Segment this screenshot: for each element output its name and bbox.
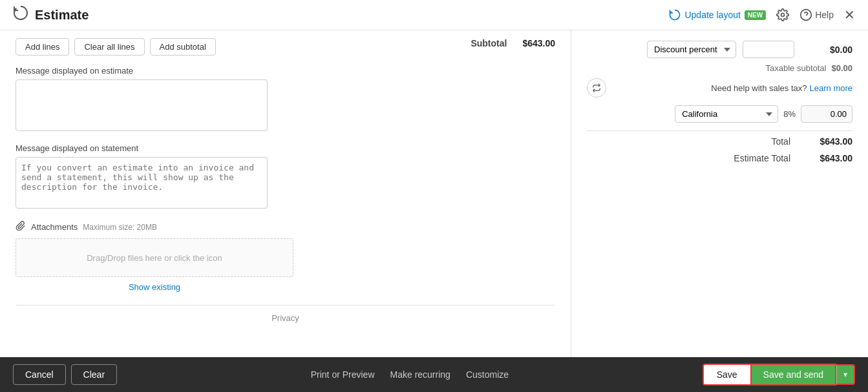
subtotal-label-top: Subtotal bbox=[471, 38, 507, 56]
close-button[interactable]: ✕ bbox=[844, 7, 855, 23]
summary-panel: Discount percent $0.00 Taxable subtotal … bbox=[587, 38, 852, 163]
total-label: Total bbox=[726, 136, 790, 147]
drop-zone-text: Drag/Drop files here or click the icon bbox=[87, 253, 222, 263]
drop-zone[interactable]: Drag/Drop files here or click the icon bbox=[16, 238, 293, 277]
tax-row: California 8% bbox=[587, 105, 852, 123]
total-row: Total $643.00 bbox=[587, 130, 852, 147]
subtotal-value-top: $643.00 bbox=[522, 38, 555, 56]
message-estimate-input[interactable] bbox=[16, 79, 268, 131]
taxable-subtotal-value: $0.00 bbox=[831, 63, 852, 73]
footer-left: Cancel Clear bbox=[13, 364, 117, 385]
attachments-header: Attachments Maximum size: 20MB bbox=[16, 221, 555, 233]
message-estimate-section: Message displayed on estimate bbox=[16, 66, 555, 143]
state-select[interactable]: California bbox=[675, 105, 778, 123]
make-recurring-button[interactable]: Make recurring bbox=[390, 369, 450, 380]
add-lines-button[interactable]: Add lines bbox=[16, 38, 69, 56]
tax-input[interactable] bbox=[801, 105, 852, 123]
left-panel: Add lines Clear all lines Add subtotal S… bbox=[0, 30, 571, 357]
top-buttons-row: Add lines Clear all lines Add subtotal S… bbox=[16, 38, 555, 56]
update-layout-label: Update layout bbox=[684, 10, 740, 20]
swap-arrows-icon bbox=[587, 78, 606, 98]
privacy-row: Privacy bbox=[16, 305, 555, 331]
attachment-icon bbox=[16, 221, 26, 233]
attachments-label: Attachments bbox=[31, 222, 78, 232]
learn-more-link[interactable]: Learn more bbox=[810, 83, 852, 93]
footer-right: Save Save and send ▾ bbox=[703, 364, 855, 386]
save-and-send-button[interactable]: Save and send bbox=[752, 364, 836, 386]
update-layout-button[interactable]: Update layout NEW bbox=[669, 9, 766, 21]
estimate-total-value: $643.00 bbox=[801, 153, 852, 163]
main-content: Add lines Clear all lines Add subtotal S… bbox=[0, 30, 868, 357]
max-size-label: Maximum size: 20MB bbox=[83, 223, 157, 232]
total-value: $643.00 bbox=[801, 136, 852, 147]
clear-all-lines-button[interactable]: Clear all lines bbox=[74, 38, 144, 56]
help-button[interactable]: Help bbox=[799, 8, 834, 21]
print-or-preview-button[interactable]: Print or Preview bbox=[311, 369, 375, 380]
message-statement-label: Message displayed on statement bbox=[16, 143, 555, 153]
add-subtotal-button[interactable]: Add subtotal bbox=[150, 38, 216, 56]
header: Estimate Update layout NEW Help ✕ bbox=[0, 0, 868, 30]
help-sales-tax-row: Need help with sales tax? Learn more bbox=[587, 78, 852, 98]
help-sales-tax-text: Need help with sales tax? bbox=[711, 83, 807, 93]
show-existing-link[interactable]: Show existing bbox=[16, 282, 293, 292]
save-and-send-caret[interactable]: ▾ bbox=[836, 364, 855, 385]
cancel-button[interactable]: Cancel bbox=[13, 364, 66, 385]
page-title: Estimate bbox=[35, 8, 89, 23]
settings-button[interactable] bbox=[776, 8, 789, 21]
estimate-total-row: Estimate Total $643.00 bbox=[587, 153, 852, 163]
new-badge: NEW bbox=[745, 10, 766, 20]
discount-row: Discount percent $0.00 bbox=[587, 41, 852, 58]
right-panel: Discount percent $0.00 Taxable subtotal … bbox=[571, 30, 868, 357]
footer: Cancel Clear Print or Preview Make recur… bbox=[0, 357, 868, 392]
estimate-icon bbox=[13, 5, 28, 25]
message-statement-input[interactable] bbox=[16, 157, 268, 209]
message-estimate-label: Message displayed on estimate bbox=[16, 66, 555, 76]
discount-input[interactable] bbox=[743, 41, 794, 58]
svg-point-0 bbox=[781, 14, 785, 17]
privacy-label: Privacy bbox=[271, 313, 299, 323]
customize-button[interactable]: Customize bbox=[466, 369, 509, 380]
discount-value: $0.00 bbox=[801, 45, 852, 55]
discount-type-select[interactable]: Discount percent bbox=[647, 41, 736, 58]
estimate-total-label: Estimate Total bbox=[726, 153, 790, 163]
footer-center: Print or Preview Make recurring Customiz… bbox=[311, 369, 509, 380]
clear-button[interactable]: Clear bbox=[71, 364, 117, 385]
save-button[interactable]: Save bbox=[703, 364, 752, 386]
message-statement-section: Message displayed on statement bbox=[16, 143, 555, 221]
help-label: Help bbox=[815, 10, 834, 20]
taxable-subtotal-label: Taxable subtotal bbox=[766, 63, 827, 73]
header-left: Estimate bbox=[13, 5, 89, 25]
header-right: Update layout NEW Help ✕ bbox=[669, 7, 855, 23]
taxable-subtotal-row: Taxable subtotal $0.00 bbox=[587, 63, 852, 73]
tax-percent: 8% bbox=[783, 109, 796, 119]
